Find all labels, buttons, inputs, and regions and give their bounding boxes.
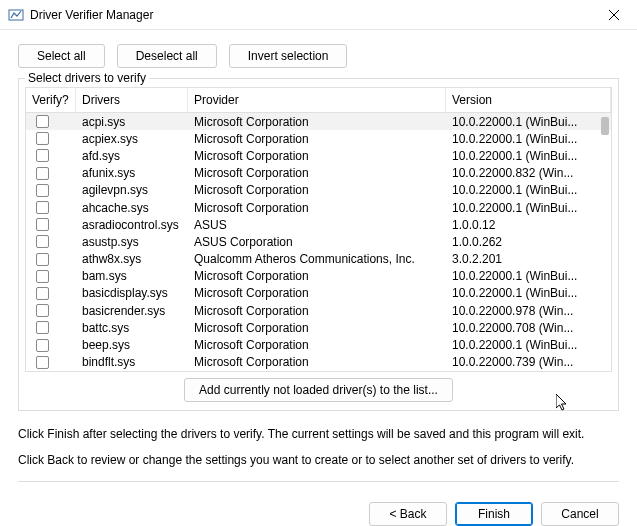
column-header-verify[interactable]: Verify? [26, 88, 76, 112]
cell-provider: Microsoft Corporation [188, 269, 446, 283]
verify-checkbox[interactable] [36, 132, 49, 145]
table-row[interactable]: bam.sysMicrosoft Corporation10.0.22000.1… [26, 268, 611, 285]
verify-checkbox[interactable] [36, 304, 49, 317]
info-text-finish: Click Finish after selecting the drivers… [18, 425, 619, 443]
verify-checkbox[interactable] [36, 184, 49, 197]
close-button[interactable] [591, 0, 637, 30]
verify-checkbox[interactable] [36, 339, 49, 352]
cell-driver: ahcache.sys [76, 201, 188, 215]
table-row[interactable]: agilevpn.sysMicrosoft Corporation10.0.22… [26, 182, 611, 199]
cell-version: 10.0.22000.1 (WinBui... [446, 149, 611, 163]
cell-version: 10.0.22000.708 (Win... [446, 321, 611, 335]
cell-provider: ASUS [188, 218, 446, 232]
cell-driver: acpiex.sys [76, 132, 188, 146]
cell-version: 10.0.22000.978 (Win... [446, 304, 611, 318]
verify-checkbox[interactable] [36, 218, 49, 231]
drivers-groupbox: Select drivers to verify Verify? Drivers… [18, 78, 619, 411]
close-icon [609, 10, 619, 20]
table-row[interactable]: basicrender.sysMicrosoft Corporation10.0… [26, 302, 611, 319]
table-row[interactable]: acpi.sysMicrosoft Corporation10.0.22000.… [26, 113, 611, 130]
table-body[interactable]: acpi.sysMicrosoft Corporation10.0.22000.… [26, 113, 611, 371]
cell-driver: athw8x.sys [76, 252, 188, 266]
cell-provider: Microsoft Corporation [188, 321, 446, 335]
drivers-table: Verify? Drivers Provider Version acpi.sy… [25, 87, 612, 372]
column-header-drivers[interactable]: Drivers [76, 88, 188, 112]
column-header-version[interactable]: Version [446, 88, 611, 112]
cell-version: 10.0.22000.1 (WinBui... [446, 183, 611, 197]
groupbox-label: Select drivers to verify [25, 71, 149, 85]
table-row[interactable]: acpiex.sysMicrosoft Corporation10.0.2200… [26, 130, 611, 147]
scrollbar-thumb[interactable] [601, 117, 609, 135]
cell-provider: Microsoft Corporation [188, 355, 446, 369]
cell-provider: ASUS Corporation [188, 235, 446, 249]
table-row[interactable]: athw8x.sysQualcomm Atheros Communication… [26, 251, 611, 268]
cell-driver: asustp.sys [76, 235, 188, 249]
cell-version: 10.0.22000.1 (WinBui... [446, 286, 611, 300]
cell-provider: Microsoft Corporation [188, 132, 446, 146]
cell-version: 10.0.22000.739 (Win... [446, 355, 611, 369]
table-row[interactable]: afunix.sysMicrosoft Corporation10.0.2200… [26, 165, 611, 182]
cell-provider: Microsoft Corporation [188, 115, 446, 129]
footer-buttons: < Back Finish Cancel [0, 502, 637, 526]
verify-checkbox[interactable] [36, 321, 49, 334]
cell-driver: acpi.sys [76, 115, 188, 129]
divider [18, 481, 619, 482]
table-header: Verify? Drivers Provider Version [26, 88, 611, 113]
verify-checkbox[interactable] [36, 115, 49, 128]
select-all-button[interactable]: Select all [18, 44, 105, 68]
column-header-provider[interactable]: Provider [188, 88, 446, 112]
info-text-back: Click Back to review or change the setti… [18, 451, 619, 469]
cell-version: 10.0.22000.1 (WinBui... [446, 338, 611, 352]
cell-driver: basicdisplay.sys [76, 286, 188, 300]
table-row[interactable]: bindflt.sysMicrosoft Corporation10.0.220… [26, 354, 611, 371]
cell-driver: asradiocontrol.sys [76, 218, 188, 232]
cell-provider: Microsoft Corporation [188, 338, 446, 352]
verify-checkbox[interactable] [36, 201, 49, 214]
table-row[interactable]: beep.sysMicrosoft Corporation10.0.22000.… [26, 336, 611, 353]
cell-driver: battc.sys [76, 321, 188, 335]
content-area: Select all Deselect all Invert selection… [0, 30, 637, 502]
add-driver-row: Add currently not loaded driver(s) to th… [25, 372, 612, 404]
cell-version: 1.0.0.12 [446, 218, 611, 232]
cell-provider: Microsoft Corporation [188, 201, 446, 215]
table-row[interactable]: asustp.sysASUS Corporation1.0.0.262 [26, 233, 611, 250]
cell-driver: basicrender.sys [76, 304, 188, 318]
app-icon [8, 7, 24, 23]
cell-version: 10.0.22000.1 (WinBui... [446, 201, 611, 215]
verify-checkbox[interactable] [36, 235, 49, 248]
cell-driver: bam.sys [76, 269, 188, 283]
cell-provider: Microsoft Corporation [188, 304, 446, 318]
cell-version: 10.0.22000.1 (WinBui... [446, 132, 611, 146]
invert-selection-button[interactable]: Invert selection [229, 44, 348, 68]
table-row[interactable]: basicdisplay.sysMicrosoft Corporation10.… [26, 285, 611, 302]
verify-checkbox[interactable] [36, 253, 49, 266]
cell-driver: afd.sys [76, 149, 188, 163]
cell-version: 10.0.22000.1 (WinBui... [446, 269, 611, 283]
verify-checkbox[interactable] [36, 149, 49, 162]
table-row[interactable]: asradiocontrol.sysASUS1.0.0.12 [26, 216, 611, 233]
cell-provider: Qualcomm Atheros Communications, Inc. [188, 252, 446, 266]
deselect-all-button[interactable]: Deselect all [117, 44, 217, 68]
cancel-button[interactable]: Cancel [541, 502, 619, 526]
cell-driver: agilevpn.sys [76, 183, 188, 197]
verify-checkbox[interactable] [36, 356, 49, 369]
selection-button-row: Select all Deselect all Invert selection [18, 44, 619, 68]
cell-provider: Microsoft Corporation [188, 183, 446, 197]
cell-driver: bindflt.sys [76, 355, 188, 369]
cell-provider: Microsoft Corporation [188, 286, 446, 300]
cell-provider: Microsoft Corporation [188, 166, 446, 180]
add-driver-button[interactable]: Add currently not loaded driver(s) to th… [184, 378, 453, 402]
cell-version: 3.0.2.201 [446, 252, 611, 266]
table-row[interactable]: ahcache.sysMicrosoft Corporation10.0.220… [26, 199, 611, 216]
cell-version: 10.0.22000.1 (WinBui... [446, 115, 611, 129]
finish-button[interactable]: Finish [455, 502, 533, 526]
table-row[interactable]: battc.sysMicrosoft Corporation10.0.22000… [26, 319, 611, 336]
cell-provider: Microsoft Corporation [188, 149, 446, 163]
table-row[interactable]: afd.sysMicrosoft Corporation10.0.22000.1… [26, 147, 611, 164]
back-button[interactable]: < Back [369, 502, 447, 526]
cell-version: 1.0.0.262 [446, 235, 611, 249]
verify-checkbox[interactable] [36, 287, 49, 300]
cell-version: 10.0.22000.832 (Win... [446, 166, 611, 180]
verify-checkbox[interactable] [36, 167, 49, 180]
verify-checkbox[interactable] [36, 270, 49, 283]
